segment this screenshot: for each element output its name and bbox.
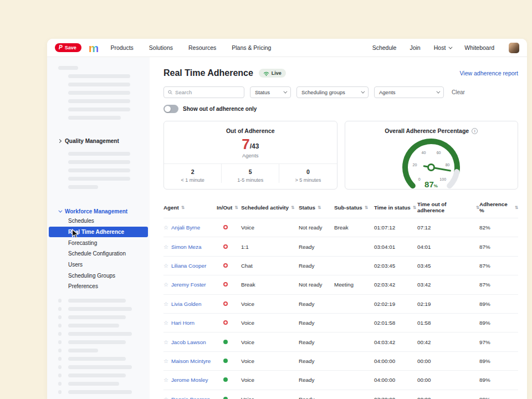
sort-icon[interactable]: ⇅ (413, 205, 416, 210)
table-row[interactable]: ☆Jeremy FosterBreakNot readyMeeting02:03… (163, 275, 518, 294)
out-of-adherence-card: Out of Adherence 7 /43 Agents 2 < 1 minu… (163, 121, 337, 190)
agent-name-link[interactable]: Reggie Pearson (171, 396, 210, 399)
sidebar-skeleton-group-c (47, 296, 150, 396)
show-out-of-adherence-toggle[interactable] (163, 105, 178, 113)
skeleton-bar (47, 363, 150, 371)
table-cell: Ready (299, 358, 334, 364)
clear-filters-button[interactable]: Clear (452, 89, 465, 95)
table-row[interactable]: ☆Jacob LawsonVoiceReady04:03:4200:4297% (163, 332, 518, 351)
nav-item-resources[interactable]: Resources (188, 44, 216, 51)
star-icon[interactable]: ☆ (163, 263, 168, 269)
column-header-status[interactable]: Status⇅ (299, 201, 334, 213)
sidebar-item-quality-management[interactable]: Quality Management (47, 136, 150, 145)
skeleton-bar (47, 105, 150, 114)
breakdown-col: 0 > 5 minutes (279, 164, 336, 183)
table-cell: Break (241, 282, 299, 288)
nav-item-whiteboard[interactable]: Whiteboard (464, 44, 494, 51)
sort-icon[interactable]: ⇅ (515, 205, 518, 210)
table-row[interactable]: ☆Reggie PearsonVoiceReady03:30:0000:0089… (163, 390, 518, 399)
agent-name-link[interactable]: Liliana Cooper (171, 263, 206, 269)
star-icon[interactable]: ☆ (163, 377, 168, 383)
nav-item-join[interactable]: Join (410, 44, 420, 51)
page-header: Real Time Adherence Live View adherence … (163, 68, 518, 78)
nav-item-products[interactable]: Products (110, 44, 133, 51)
sidebar-item-scheduling-groups[interactable]: Scheduling Groups (47, 270, 150, 281)
sidebar-item-real-time-adherence[interactable]: Real Time Adherence (49, 227, 148, 238)
column-header-scheduled-activity[interactable]: Scheduled activity⇅ (241, 201, 299, 213)
breakdown-label: 1-5 minutes (222, 177, 279, 183)
chevron-right-icon (58, 139, 62, 142)
sidebar-item-users[interactable]: Users (47, 259, 150, 270)
skeleton-bar (47, 313, 150, 321)
nav-item-plans-pricing[interactable]: Plans & Pricing (232, 44, 271, 51)
table-row[interactable]: ☆Livia GoldenVoiceReady02:02:1902:1989% (163, 294, 518, 313)
column-header-adherence[interactable]: Adherence %⇅ (479, 201, 518, 213)
sort-icon[interactable]: ⇅ (181, 205, 185, 210)
column-header-time-in-status[interactable]: Time in status⇅ (374, 201, 417, 213)
agents-select[interactable]: Agents (374, 86, 444, 98)
table-row[interactable]: ☆Hari HornVoiceReady02:01:5801:5889% (163, 313, 518, 332)
skeleton-bar (47, 158, 150, 166)
table-row[interactable]: ☆Maison McintyreVoiceReady04:00:0000:008… (163, 351, 518, 370)
agent-name-link[interactable]: Maison Mcintyre (171, 358, 211, 364)
column-header-agent[interactable]: Agent⇅ (163, 201, 217, 213)
sort-icon[interactable]: ⇅ (365, 205, 368, 210)
star-icon[interactable]: ☆ (163, 224, 168, 231)
sidebar-item-forecasting[interactable]: Forecasting (47, 237, 150, 248)
star-icon[interactable]: ☆ (163, 339, 168, 345)
user-avatar[interactable] (509, 43, 519, 53)
skeleton-bar (47, 371, 150, 380)
star-icon[interactable]: ☆ (163, 396, 168, 399)
skeleton-bar (47, 72, 150, 80)
column-header-time-out-of-adherence[interactable]: Time out of adherence⇅ (417, 201, 479, 213)
out-of-adherence-total: /43 (250, 142, 259, 151)
sort-icon[interactable]: ⇅ (318, 205, 321, 210)
scheduling-groups-select[interactable]: Scheduling groups (296, 86, 369, 98)
agent-name-link[interactable]: Jeremy Foster (171, 282, 206, 288)
agent-name-link[interactable]: Livia Golden (171, 301, 201, 307)
star-icon[interactable]: ☆ (163, 244, 168, 250)
overall-adherence-card: Overall Adherence Percentage i 020406080… (345, 121, 519, 190)
sidebar-item-schedule-configuration[interactable]: Schedule Configuration (47, 248, 150, 259)
nav-item-host-dropdown[interactable]: Host (434, 44, 452, 51)
overall-adherence-title: Overall Adherence Percentage (385, 127, 469, 134)
info-icon[interactable]: i (472, 128, 478, 134)
filter-bar: Status Scheduling groups Agents Clear (163, 86, 518, 98)
column-header-sub-status[interactable]: Sub-status⇅ (334, 201, 374, 213)
agent-name-link[interactable]: Hari Horn (171, 320, 195, 326)
agent-name-link[interactable]: Anjali Byrne (171, 224, 200, 231)
view-adherence-report-link[interactable]: View adherence report (460, 70, 518, 76)
table-row[interactable]: ☆Jerome MosleyVoiceReady04:00:0000:0089% (163, 370, 518, 389)
table-row[interactable]: ☆Anjali ByrneVoiceNot readyBreak01:07:12… (163, 218, 518, 237)
in-adherence-dot (223, 359, 228, 363)
star-icon[interactable]: ☆ (163, 320, 168, 326)
sort-icon[interactable]: ⇅ (291, 205, 294, 210)
sidebar-item-schedules[interactable]: Schedules (47, 216, 150, 227)
table-cell: 02:19 (417, 301, 479, 307)
agent-name-link[interactable]: Simon Meza (171, 244, 201, 250)
nav-item-solutions[interactable]: Solutions (149, 44, 173, 51)
skeleton-bar (47, 175, 150, 183)
nav-item-schedule[interactable]: Schedule (372, 44, 397, 51)
pinterest-save-button[interactable]: P Save (55, 43, 81, 52)
out-of-adherence-unit: Agents (164, 152, 337, 158)
table-row[interactable]: ☆Liliana CooperChatReady02:03:4503:4587% (163, 256, 518, 275)
scheduling-groups-select-label: Scheduling groups (301, 89, 345, 95)
search-input[interactable] (175, 89, 240, 95)
sort-icon[interactable]: ⇅ (234, 205, 238, 210)
agent-name-link[interactable]: Jerome Mosley (171, 377, 208, 383)
star-icon[interactable]: ☆ (163, 282, 168, 288)
breakdown-value: 0 (279, 168, 336, 175)
star-icon[interactable]: ☆ (163, 358, 168, 364)
skeleton-bar (47, 183, 150, 191)
skeleton-bar (47, 296, 150, 305)
column-header-in-out[interactable]: In/Out⇅ (217, 201, 241, 213)
status-select[interactable]: Status (250, 86, 291, 98)
skeleton-bar (47, 338, 150, 346)
star-icon[interactable]: ☆ (163, 301, 168, 307)
sidebar-item-preferences[interactable]: Preferences (47, 281, 150, 292)
table-row[interactable]: ☆Simon Meza1:1Ready03:04:0104:0187% (163, 237, 518, 255)
brand-logo[interactable]: m (89, 42, 99, 54)
sidebar-item-workforce-management[interactable]: Workforce Management (47, 207, 150, 216)
agent-name-link[interactable]: Jacob Lawson (171, 339, 206, 345)
